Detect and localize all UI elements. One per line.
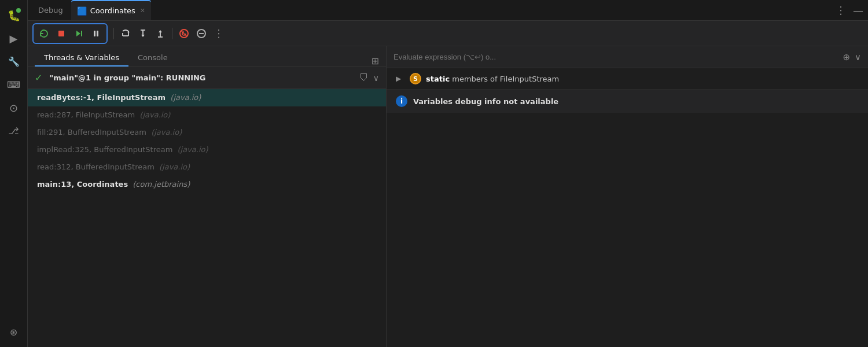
stack-frame-5-source: (com.jetbrains) — [130, 180, 190, 189]
resume-button[interactable] — [71, 25, 87, 42]
mute-breakpoints-button[interactable] — [176, 25, 192, 42]
tab-bar: Debug 🟦 Coordinates ✕ ⋮ — — [28, 0, 868, 21]
debug-toolbar: ⋮ — [28, 21, 868, 46]
svg-rect-3 — [94, 31, 95, 36]
tab-minimize-button[interactable]: — — [853, 4, 863, 16]
main-area: Debug 🟦 Coordinates ✕ ⋮ — — [28, 0, 868, 347]
stack-frame-2-source: (java.io) — [149, 128, 182, 136]
var-item-static[interactable]: ▶ S static members of FileInputStream — [387, 68, 868, 90]
stack-frame-2-name: fill:291, BufferedInputStream — [37, 128, 146, 136]
var-info-row: i Variables debug info not available — [387, 90, 868, 113]
stack-frame-5-name: main:13, Coordinates — [37, 180, 128, 189]
left-panel-tabs: Threads & Variables Console ⊞ — [28, 46, 386, 67]
svg-rect-2 — [81, 31, 82, 36]
variables-dropdown-button[interactable]: ∨ — [855, 52, 861, 62]
stack-frame-4-name: read:312, BufferedInputStream — [37, 163, 155, 171]
evaluate-expression-input[interactable] — [393, 53, 838, 61]
thread-dropdown-icon[interactable]: ∨ — [373, 73, 379, 83]
stack-frame-5[interactable]: main:13, Coordinates (com.jetbrains) — [28, 176, 386, 193]
stop-button[interactable] — [53, 25, 69, 42]
thread-status-icon: ✓ — [35, 72, 42, 83]
svg-marker-13 — [159, 30, 162, 32]
info-badge: i — [396, 95, 407, 107]
jetbrains-icon[interactable]: ⊛ — [3, 322, 24, 342]
stack-frame-4-source: (java.io) — [157, 163, 190, 171]
thread-header: ✓ "main"@1 in group "main": RUNNING ⛉ ∨ — [28, 67, 386, 89]
stack-frame-1[interactable]: read:287, FileInputStream (java.io) — [28, 106, 386, 124]
problems-icon[interactable]: ⊙ — [3, 97, 24, 118]
tab-coordinates-icon: 🟦 — [77, 6, 87, 16]
green-dot-indicator — [16, 8, 21, 13]
variables-toolbar: ⊕ ∨ — [387, 46, 868, 68]
tab-debug-label: Debug — [38, 6, 63, 14]
terminal-icon[interactable]: ⌨ — [3, 74, 24, 95]
toolbar-divider-2 — [172, 28, 172, 39]
tab-coordinates-label: Coordinates — [90, 6, 135, 15]
var-info-text: Variables debug info not available — [413, 97, 558, 106]
svg-rect-4 — [97, 31, 98, 36]
stack-frame-0[interactable]: readBytes:-1, FileInputStream (java.io) — [28, 89, 386, 106]
tab-more-button[interactable]: ⋮ — [836, 4, 846, 16]
expand-icon: ▶ — [396, 75, 405, 83]
clear-all-button[interactable] — [193, 25, 209, 42]
sidebar: 🐛 ▶ 🔧 ⌨ ⊙ ⎇ ⊛ — [0, 0, 28, 347]
thread-label: "main"@1 in group "main": RUNNING — [49, 73, 354, 82]
stack-frame-3[interactable]: implRead:325, BufferedInputStream (java.… — [28, 141, 386, 158]
stack-frame-3-name: implRead:325, BufferedInputStream — [37, 145, 172, 154]
toolbar-more-button[interactable]: ⋮ — [211, 25, 227, 42]
tab-debug[interactable]: Debug — [32, 0, 69, 20]
stack-frame-2[interactable]: fill:291, BufferedInputStream (java.io) — [28, 124, 386, 141]
var-static-text: static members of FileInputStream — [426, 75, 859, 83]
thread-filter-icon[interactable]: ⛉ — [359, 72, 369, 83]
rerun-button[interactable] — [36, 25, 52, 42]
svg-marker-10 — [141, 35, 145, 37]
stack-frame-1-name: read:287, FileInputStream — [37, 110, 135, 119]
tab-close-button[interactable]: ✕ — [140, 7, 145, 14]
stack-frame-list: readBytes:-1, FileInputStream (java.io) … — [28, 89, 386, 347]
layout-toggle-button[interactable]: ⊞ — [372, 56, 379, 67]
toolbar-primary-group — [32, 23, 108, 44]
step-over-button[interactable] — [117, 25, 134, 42]
pause-button[interactable] — [88, 25, 104, 42]
svg-rect-0 — [58, 31, 64, 36]
tools-icon[interactable]: 🔧 — [3, 51, 24, 72]
git-icon[interactable]: ⎇ — [3, 120, 24, 141]
panels-area: Threads & Variables Console ⊞ ✓ "main"@1… — [28, 46, 868, 347]
tab-coordinates[interactable]: 🟦 Coordinates ✕ — [71, 0, 151, 20]
right-panel: ⊕ ∨ ▶ S static members of FileInputStrea… — [387, 46, 868, 347]
toolbar-divider-1 — [113, 28, 114, 39]
run-icon[interactable]: ▶ — [3, 28, 24, 49]
debug-icon[interactable]: 🐛 — [3, 5, 24, 25]
svg-marker-1 — [76, 31, 80, 36]
stack-frame-0-source: (java.io) — [168, 93, 201, 102]
stack-frame-3-source: (java.io) — [175, 145, 208, 154]
tab-threads-variables[interactable]: Threads & Variables — [35, 50, 128, 67]
stack-frame-4[interactable]: read:312, BufferedInputStream (java.io) — [28, 158, 386, 176]
step-into-button[interactable] — [135, 25, 151, 42]
tab-console[interactable]: Console — [128, 50, 177, 67]
step-out-button[interactable] — [152, 25, 168, 42]
variables-list: ▶ S static members of FileInputStream i … — [387, 68, 868, 347]
stack-frame-0-name: readBytes:-1, FileInputStream — [37, 93, 165, 102]
stack-frame-1-source: (java.io) — [137, 110, 170, 119]
left-panel: Threads & Variables Console ⊞ ✓ "main"@1… — [28, 46, 387, 347]
static-badge: S — [410, 73, 421, 84]
add-watch-button[interactable]: ⊕ — [843, 52, 850, 62]
